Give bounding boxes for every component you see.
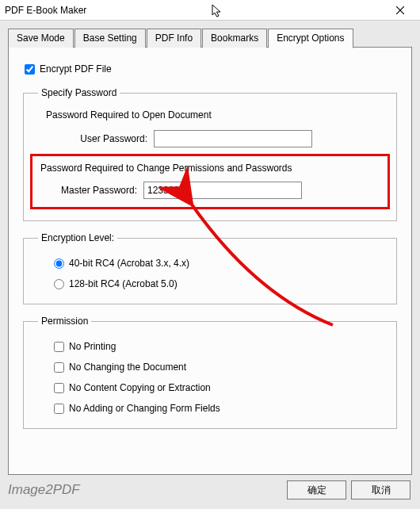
no-printing-checkbox[interactable] [54,342,64,352]
tab-bookmarks[interactable]: Bookmarks [202,29,267,48]
specify-password-legend: Specify Password [38,87,120,98]
encryption-40bit-label[interactable]: 40-bit RC4 (Acrobat 3.x, 4.x) [69,258,189,269]
specify-password-group: Specify Password Password Required to Op… [23,87,397,221]
no-form-fields-checkbox[interactable] [54,404,64,414]
highlight-box: Password Required to Change Permissions … [30,154,390,209]
user-password-input[interactable] [154,130,312,147]
encrypt-pdf-label[interactable]: Encrypt PDF File [40,63,112,75]
encryption-level-legend: Encryption Level: [38,232,117,243]
open-doc-password-label: Password Required to Open Document [46,109,385,121]
encryption-level-group: Encryption Level: 40-bit RC4 (Acrobat 3.… [23,232,397,304]
encrypt-options-panel: Encrypt PDF File Specify Password Passwo… [8,47,412,475]
encryption-128bit-radio[interactable] [54,279,64,289]
encryption-128bit-label[interactable]: 128-bit RC4 (Acrobat 5.0) [69,278,178,289]
close-icon [396,6,404,14]
encrypt-pdf-checkbox[interactable] [25,64,35,75]
no-change-doc-label[interactable]: No Changing the Document [69,362,186,373]
no-change-doc-checkbox[interactable] [54,362,64,373]
no-printing-label[interactable]: No Printing [69,341,116,352]
tab-strip: Save Mode Base Setting PDF Info Bookmark… [8,29,412,48]
close-button[interactable] [384,1,417,20]
footer-brand: Image2PDF [8,482,282,498]
tab-pdf-info[interactable]: PDF Info [147,29,201,48]
no-copy-checkbox[interactable] [54,383,64,393]
master-password-label: Master Password: [40,185,143,196]
window-title: PDF E-Book Maker [5,5,384,16]
cancel-button[interactable]: 取消 [351,480,410,499]
tab-save-mode[interactable]: Save Mode [8,29,74,48]
user-password-label: User Password: [35,133,154,144]
tab-base-setting[interactable]: Base Setting [74,29,146,48]
change-permissions-password-label: Password Required to Change Permissions … [40,163,380,174]
tab-encrypt-options[interactable]: Encrypt Options [268,29,353,48]
no-form-fields-label[interactable]: No Adding or Changing Form Fields [69,403,220,414]
encryption-40bit-radio[interactable] [54,258,64,269]
master-password-input[interactable] [143,182,302,199]
titlebar: PDF E-Book Maker [0,0,420,21]
permission-group: Permission No Printing No Changing the D… [23,316,397,429]
no-copy-label[interactable]: No Content Copying or Extraction [69,382,211,393]
permission-legend: Permission [38,316,91,327]
ok-button[interactable]: 确定 [287,480,346,499]
